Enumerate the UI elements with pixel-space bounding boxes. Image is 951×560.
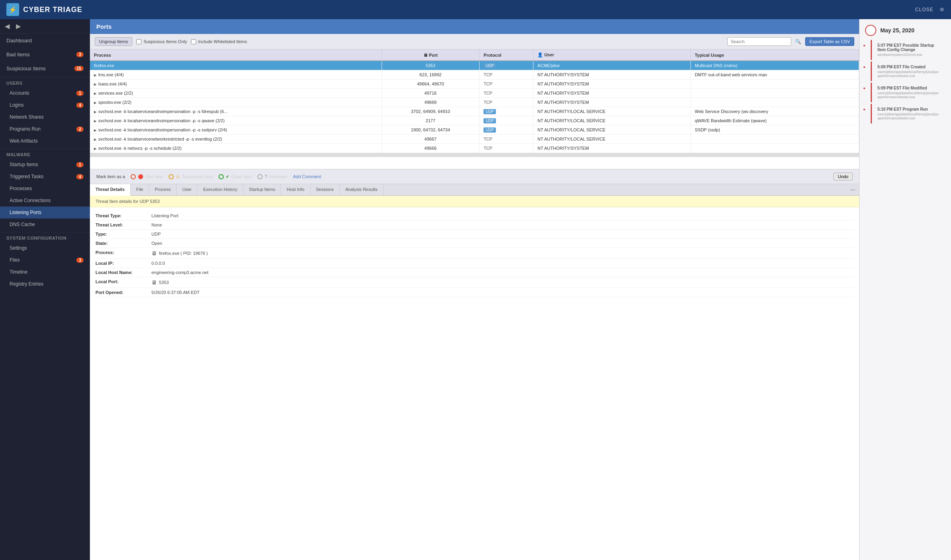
mark-good-item[interactable]: ✔ Good Item bbox=[219, 174, 252, 179]
ungroup-items-button[interactable]: Ungroup Items bbox=[95, 37, 132, 46]
sidebar-item-suspicious-items[interactable]: Suspicious Items 15 bbox=[0, 62, 90, 75]
horizontal-scrollbar[interactable] bbox=[90, 153, 859, 157]
table-row[interactable]: ▶spoolsv.exe (2/2) 49669 TCP NT AUTHORIT… bbox=[90, 98, 859, 107]
expand-icon[interactable]: ▶ bbox=[94, 73, 97, 77]
ports-table-container: Process 🖥 Port Protocol 👤 User Typical U… bbox=[90, 50, 859, 169]
sidebar-item-files[interactable]: Files 3 bbox=[0, 254, 90, 266]
cell-usage: Multicast DNS (mdns) bbox=[690, 61, 859, 70]
sidebar-item-timeline[interactable]: Timeline bbox=[0, 266, 90, 278]
expand-icon[interactable]: ▶ bbox=[94, 137, 97, 141]
tab-threat-details[interactable]: Threat Details bbox=[90, 184, 131, 196]
cell-usage: SSDP (ssdp) bbox=[690, 125, 859, 135]
timeline-item[interactable]: 5:07 PM EST Possible Startup Item Config… bbox=[871, 40, 945, 60]
cell-process: ▶spoolsv.exe (2/2) bbox=[90, 98, 382, 107]
expand-icon[interactable]: ▶ bbox=[94, 110, 97, 114]
sidebar-item-web-artifacts[interactable]: Web Artifacts bbox=[0, 135, 90, 147]
mark-label: Mark item as a bbox=[96, 174, 125, 179]
threat-header: Threat Item details for UDP 5353 bbox=[90, 196, 859, 207]
sidebar-item-logins[interactable]: Logins 4 bbox=[0, 99, 90, 111]
sidebar-item-triggered-tasks[interactable]: Triggered Tasks 4 bbox=[0, 171, 90, 183]
table-row[interactable]: firefox.exe 5353 UDP ACME/jdoe Multicast… bbox=[90, 61, 859, 70]
tab-startup-items[interactable]: Startup Items bbox=[243, 184, 281, 195]
sidebar-item-dashboard[interactable]: Dashboard bbox=[0, 34, 90, 48]
tab-file[interactable]: File bbox=[131, 184, 149, 195]
tab-process[interactable]: Process bbox=[149, 184, 177, 195]
timeline-path: users/jdoe/appdata/local/temp/java/javap… bbox=[877, 70, 940, 78]
sidebar-item-startup-items[interactable]: Startup Items 1 bbox=[0, 159, 90, 171]
table-row[interactable]: ▶lms.exe (4/4) 623, 16992 TCP NT AUTHORI… bbox=[90, 70, 859, 79]
sidebar-item-programs-run[interactable]: Programs Run 2 bbox=[0, 123, 90, 135]
back-button[interactable]: ◀ bbox=[5, 22, 10, 30]
mark-suspicious-item[interactable]: ⚠ Suspicious Item bbox=[169, 174, 213, 179]
include-whitelisted-checkbox-label[interactable]: Include Whitelisted Items bbox=[191, 39, 247, 44]
sidebar-item-settings[interactable]: Settings bbox=[0, 242, 90, 254]
table-row[interactable]: ▶svchost.exe -k localserviceandnoimperso… bbox=[90, 107, 859, 116]
detail-key: Local Port: bbox=[95, 279, 151, 286]
sidebar-item-bad-items[interactable]: Bad Items 3 bbox=[0, 48, 90, 62]
tab-sessions[interactable]: Sessions bbox=[310, 184, 340, 195]
table-row[interactable]: ▶svchost.exe -k localserviceandnoimperso… bbox=[90, 125, 859, 135]
col-protocol[interactable]: Protocol bbox=[479, 50, 533, 61]
expand-icon[interactable]: ▶ bbox=[94, 119, 97, 123]
sidebar-item-active-connections[interactable]: Active Connections bbox=[0, 195, 90, 207]
table-row[interactable]: ▶svchost.exe -k netsvcs -p -s schedule (… bbox=[90, 144, 859, 153]
mark-bad-item[interactable]: 🔴 Bad Item bbox=[131, 174, 163, 179]
export-csv-button[interactable]: Export Table as CSV bbox=[805, 37, 854, 46]
cell-usage bbox=[690, 79, 859, 89]
mark-unknown[interactable]: ? Unknown bbox=[257, 174, 287, 179]
timeline-path: windows/system32/cmd.exe bbox=[877, 53, 940, 57]
timeline-container: 5:07 PM EST Possible Startup Item Config… bbox=[859, 40, 951, 123]
suspicious-only-checkbox-label[interactable]: Suspicious Items Only bbox=[136, 39, 187, 44]
cell-protocol: UDP bbox=[479, 107, 533, 116]
include-whitelisted-checkbox[interactable] bbox=[191, 39, 196, 44]
sidebar-item-registry-entries[interactable]: Registry Entries bbox=[0, 278, 90, 290]
undo-button[interactable]: Undo bbox=[834, 173, 853, 181]
table-row[interactable]: ▶svchost.exe -k localservicenetworkrestr… bbox=[90, 135, 859, 144]
detail-value: None bbox=[151, 222, 162, 227]
sidebar-item-listening-ports[interactable]: Listening Ports bbox=[0, 207, 90, 218]
search-icon: 🔍 bbox=[795, 39, 801, 44]
tab-host-info[interactable]: Host Info bbox=[281, 184, 310, 195]
add-comment-button[interactable]: Add Comment bbox=[293, 174, 321, 179]
timeline-item[interactable]: 5:09 PM EST File Modified users/jdoe/app… bbox=[871, 83, 945, 102]
sidebar-item-accounts[interactable]: Accounts 1 bbox=[0, 87, 90, 99]
col-process[interactable]: Process bbox=[90, 50, 382, 61]
detail-key: Threat Type: bbox=[95, 213, 151, 218]
forward-button[interactable]: ▶ bbox=[16, 22, 21, 30]
detail-rows: Threat Type: Listening Port Threat Level… bbox=[90, 207, 859, 301]
collapse-detail-button[interactable]: — bbox=[846, 184, 859, 195]
expand-icon[interactable]: ▶ bbox=[94, 91, 97, 95]
suspicious-only-checkbox[interactable] bbox=[136, 39, 141, 44]
sidebar-item-network-shares[interactable]: Network Shares bbox=[0, 111, 90, 123]
sidebar-item-dns-cache[interactable]: DNS Cache bbox=[0, 218, 90, 230]
col-user[interactable]: 👤 User bbox=[533, 50, 691, 61]
close-button[interactable]: CLOSE bbox=[915, 7, 933, 12]
logo-icon: ⚡ bbox=[6, 3, 19, 16]
cell-usage: Web Service Discovery (ws-discovery bbox=[690, 107, 859, 116]
sidebar: ◀ ▶ Dashboard Bad Items 3 Suspicious Ite… bbox=[0, 19, 90, 560]
tab-execution-history[interactable]: Execution History bbox=[197, 184, 243, 195]
table-row[interactable]: ▶services.exe (2/2) 49716 TCP NT AUTHORI… bbox=[90, 89, 859, 98]
sidebar-item-processes[interactable]: Processes bbox=[0, 183, 90, 195]
settings-icon[interactable]: ⚙ bbox=[940, 7, 945, 12]
search-input[interactable] bbox=[727, 37, 791, 46]
cell-protocol: UDP bbox=[479, 116, 533, 125]
table-row[interactable]: ▶lsass.exe (4/4) 49664, 49670 TCP NT AUT… bbox=[90, 79, 859, 89]
tab-user[interactable]: User bbox=[177, 184, 197, 195]
cell-process: ▶services.exe (2/2) bbox=[90, 89, 382, 98]
timeline-item[interactable]: 5:10 PM EST Program Run users/jdoe/appda… bbox=[871, 104, 945, 123]
cell-process: ▶lms.exe (4/4) bbox=[90, 70, 382, 79]
col-usage[interactable]: Typical Usage bbox=[690, 50, 859, 61]
expand-icon[interactable]: ▶ bbox=[94, 128, 97, 132]
detail-row: Process: 🖥firefox.exe ( PID: 19676 ) bbox=[95, 248, 854, 259]
cell-protocol: TCP bbox=[479, 70, 533, 79]
tab-analysis-results[interactable]: Analysis Results bbox=[340, 184, 384, 195]
expand-icon[interactable]: ▶ bbox=[94, 82, 97, 86]
expand-icon[interactable]: ▶ bbox=[94, 101, 97, 105]
expand-icon[interactable]: ▶ bbox=[94, 147, 97, 151]
timeline-time: 5:10 PM EST Program Run bbox=[877, 107, 940, 111]
cell-port: 49666 bbox=[382, 144, 479, 153]
timeline-item[interactable]: 5:09 PM EST File Created users/jdoe/appd… bbox=[871, 62, 945, 81]
col-port[interactable]: 🖥 Port bbox=[382, 50, 479, 61]
table-row[interactable]: ▶svchost.exe -k localserviceandnoimperso… bbox=[90, 116, 859, 125]
